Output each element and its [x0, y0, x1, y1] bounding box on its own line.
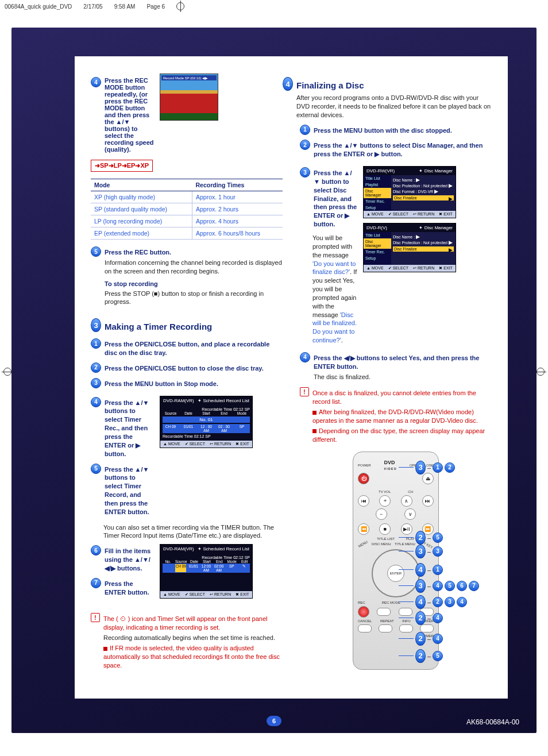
section-4-icon: 4	[283, 77, 293, 91]
cell: 12:00 AM	[200, 564, 211, 572]
fin-step-4-icon: 4	[300, 352, 310, 362]
step-4-text: Press the REC MODE button repeatedly, (o…	[105, 77, 154, 153]
callout-step-icon: 5	[433, 651, 443, 661]
chevron-right-icon: ▶	[449, 183, 453, 188]
timer-step-3: Press the MENU button in Stop mode.	[105, 380, 283, 388]
callout-step-icon: 3	[433, 546, 443, 557]
chevron-right-icon: ▶	[449, 196, 453, 202]
callout: 4–1	[399, 563, 443, 577]
dash: –	[427, 653, 431, 659]
screen-title: DVD-R(V)	[366, 225, 387, 230]
warn-text-1c-span: If FR mode is selected, the video qualit…	[103, 645, 280, 669]
bullet-icon	[312, 429, 317, 433]
v: :	[414, 235, 415, 239]
fin-step-4b: The disc is finalized.	[314, 373, 492, 381]
registration-mark-icon	[3, 368, 11, 376]
doc-time: 9:58 AM	[114, 3, 136, 10]
cell: CH 09	[175, 564, 186, 572]
callout: 3–12	[399, 461, 455, 475]
fin-step-1: Press the MENU button with the disc stop…	[314, 126, 492, 135]
content-sheet: 4 Press the REC MODE button repeatedly, …	[75, 56, 508, 699]
fin-step-3: Press the ▲/▼ button to select Disc Fina…	[314, 169, 357, 229]
warn-text-1b: Recording automatically begins when the …	[103, 634, 283, 642]
menu-item: Playlist	[364, 182, 391, 188]
screen-subtitle: ✦ Scheduled Record List	[198, 398, 249, 403]
foot: ✔ SELECT	[185, 592, 205, 597]
foot: ✖ EXIT	[439, 212, 453, 217]
rec-button[interactable]	[358, 606, 369, 618]
callout-section-icon: 3	[415, 579, 426, 593]
chevron-right-icon: ▶	[449, 240, 453, 245]
k: Disc Finalize	[394, 196, 417, 200]
section-3-title: Making a Timer Recording	[105, 322, 212, 331]
right-column: 4 Finalizing a Disc After you record pro…	[300, 74, 492, 676]
titlelist-label: TITLE LIST	[377, 537, 395, 541]
repeat-button[interactable]	[379, 624, 392, 632]
menu-label: MENU	[358, 540, 368, 548]
timer-step-5-note: You can also set a timer recording via t…	[103, 523, 283, 541]
remote-diagram: POWERDVDV I D E OOPEN / CLOSE ⏻⏏ TV VOLC…	[300, 452, 492, 670]
menu-item: Disc Manager	[364, 238, 391, 249]
fin-step-3-icon: 3	[300, 167, 310, 178]
marker-button[interactable]	[420, 624, 434, 632]
warn2b: Depending on the disc type, the screen d…	[312, 427, 492, 444]
foot: ✔ SELECT	[388, 266, 408, 271]
table-cell: LP (long recording mode)	[91, 215, 192, 227]
screen-title: DVD-RAM(VR)	[163, 546, 194, 551]
step-4-icon: 4	[91, 77, 101, 87]
ch-up-button[interactable]: ∧	[401, 495, 412, 507]
power-button[interactable]: ⏻	[358, 473, 369, 484]
panel-row: Disc Protection : Not protected ▶	[393, 240, 454, 245]
recordable-time: Recordable Time 02:12 SP	[163, 556, 250, 560]
vol-down-button[interactable]: −	[376, 508, 387, 520]
rewind-button[interactable]: ⏪	[358, 523, 369, 535]
bullet-icon	[103, 647, 107, 651]
screen-subtitle: ✦ Disc Manager	[419, 168, 453, 173]
th-mode: Mode	[91, 179, 192, 191]
callout-step-icon: 4	[457, 597, 467, 607]
recmode-button[interactable]	[377, 608, 391, 616]
cell: 02 : 00 AM	[216, 425, 232, 433]
warning-icon: !	[91, 613, 100, 622]
open-close-button[interactable]: ⏏	[422, 473, 434, 484]
timer-step-7: Press the ENTER button.	[105, 580, 154, 597]
warning-icon: !	[300, 387, 309, 396]
hdr: Edit	[239, 560, 250, 564]
callout-line	[399, 618, 414, 618]
doc-date: 2/17/05	[83, 3, 102, 10]
section-4-intro: After you record programs onto a DVD-RW/…	[296, 94, 492, 119]
prev-button[interactable]: ⏮	[358, 495, 369, 507]
ch-label: CH	[408, 490, 413, 493]
disc-manager-screen-a: DVD-RW(VR)✦ Disc Manager Title List Play…	[363, 166, 456, 218]
cancel-label: CANCEL	[358, 619, 372, 623]
panel-row: Disc Name : ▶	[393, 234, 454, 240]
callout-section-icon: 2	[415, 632, 426, 646]
fin-step-2: Press the ▲/▼ buttons to select Disc Man…	[314, 141, 492, 159]
ch-down-button[interactable]: ∨	[404, 508, 416, 520]
hdr: Source	[163, 411, 179, 415]
table-cell: Approx. 6 hours/8 hours	[192, 227, 283, 240]
cell: ✎	[239, 564, 250, 572]
info-button[interactable]	[399, 624, 413, 632]
power-label: POWER	[358, 464, 371, 467]
table-cell: Approx. 4 hours	[192, 215, 283, 227]
doc-page: Page 6	[146, 3, 165, 10]
step-5-icon: 5	[91, 246, 101, 257]
fin-step-4: Press the ◀/▶ buttons to select Yes, and…	[314, 354, 492, 371]
warn-text-1: The ( ⏲ ) icon and Timer Set will appear…	[103, 615, 283, 632]
timer-step-6-icon: 6	[91, 545, 101, 556]
txt: You will be prompted with the message	[312, 234, 352, 259]
foot: ✖ EXIT	[439, 266, 453, 271]
foot: ✖ EXIT	[236, 442, 249, 446]
k: Disc Format	[393, 190, 415, 194]
cell: CH 09	[163, 425, 179, 433]
dash: –	[427, 464, 431, 471]
vol-up-button[interactable]: ＋	[379, 495, 391, 507]
callout-line	[399, 585, 414, 586]
dash: –	[427, 615, 431, 622]
cancel-button[interactable]	[358, 624, 372, 632]
stop-button[interactable]: ■	[379, 523, 391, 535]
next-button[interactable]: ⏭	[422, 495, 434, 507]
fin-step-3-detail: You will be prompted with the message 'D…	[312, 234, 357, 345]
panel-row: Disc Name : ▶	[393, 177, 454, 183]
